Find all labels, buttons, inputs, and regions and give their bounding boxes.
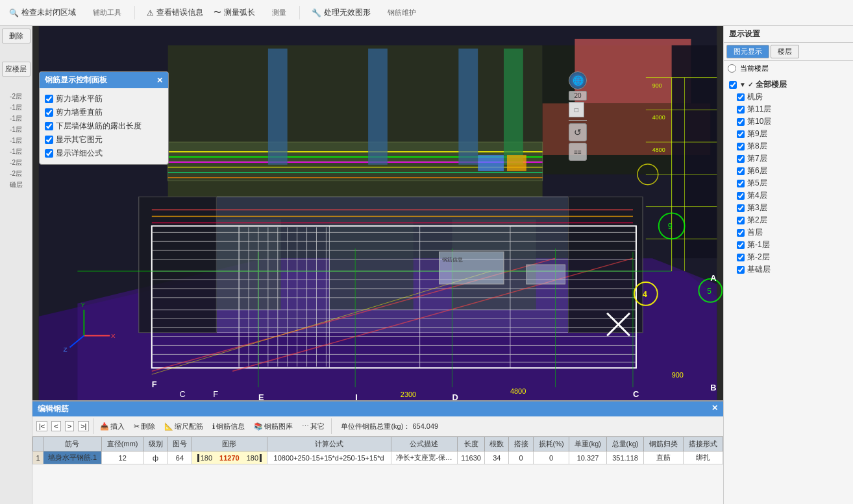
layer-item[interactable]: 第2层 bbox=[726, 214, 850, 226]
cell-total-weight: 351.118 bbox=[606, 451, 644, 464]
layer-checkbox[interactable] bbox=[737, 118, 745, 126]
layer-item[interactable]: 第-1层 bbox=[726, 239, 850, 251]
layer-item[interactable]: 第8层 bbox=[726, 140, 850, 152]
delete-rebar-btn[interactable]: ✂ 删除 bbox=[131, 421, 158, 432]
svg-text:9: 9 bbox=[668, 222, 673, 231]
svg-text:Y: Y bbox=[80, 301, 85, 308]
scale-config-btn[interactable]: 📐 缩尺配筋 bbox=[162, 421, 206, 432]
nav-first-btn[interactable]: |< bbox=[36, 421, 47, 431]
close-icon[interactable]: ✕ bbox=[156, 76, 163, 85]
option-checkbox[interactable] bbox=[45, 149, 53, 158]
layer-item[interactable]: 第5层 bbox=[726, 177, 850, 189]
checkbox-item[interactable]: 下层墙体纵筋的露出长度 bbox=[45, 121, 163, 132]
svg-rect-103 bbox=[268, 49, 288, 165]
rebar-info-btn[interactable]: ℹ 钢筋信息 bbox=[210, 421, 247, 432]
layer-item[interactable]: 第7层 bbox=[726, 152, 850, 165]
layer-checkbox[interactable] bbox=[737, 241, 745, 249]
col-shape-num: 图号 bbox=[167, 437, 192, 451]
svg-text:Z: Z bbox=[64, 346, 68, 353]
check-icon: 🔍 bbox=[9, 8, 19, 18]
view-errors-btn[interactable]: ⚠ 查看错误信息 bbox=[143, 6, 207, 19]
layer-item[interactable]: 第-2层 bbox=[726, 251, 850, 263]
tab-element-display[interactable]: 图元显示 bbox=[726, 45, 769, 58]
layer-item[interactable]: 第11层 bbox=[726, 103, 850, 115]
layer-label: 第8层 bbox=[747, 141, 767, 152]
layers-btn[interactable]: ≡≡ bbox=[569, 143, 587, 161]
measure-arc-btn[interactable]: 〜 测量弧长 bbox=[210, 6, 259, 19]
layer-item[interactable]: 第10层 bbox=[726, 115, 850, 128]
layer-checkbox[interactable] bbox=[737, 180, 745, 187]
delete-btn[interactable]: 删除 bbox=[2, 29, 31, 43]
svg-text:4: 4 bbox=[643, 289, 648, 299]
apply-floor-btn[interactable]: 应楼层 bbox=[2, 62, 31, 77]
tab-floors[interactable]: 楼层 bbox=[771, 45, 799, 58]
data-table[interactable]: 筋号 直径(mm) 级别 图号 图形 计算公式 公式描述 长度 根数 搭接 损耗… bbox=[32, 437, 723, 504]
svg-rect-104 bbox=[368, 49, 388, 165]
layer-item[interactable]: 首层 bbox=[726, 226, 850, 239]
layer-checkbox[interactable] bbox=[737, 167, 745, 175]
col-desc: 公式描述 bbox=[391, 437, 457, 451]
3d-cube-btn[interactable]: □ bbox=[569, 102, 584, 117]
option-checkbox[interactable] bbox=[45, 122, 53, 130]
checkbox-item[interactable]: 剪力墙垂直筋 bbox=[45, 107, 163, 118]
fix-invalid-btn[interactable]: 🔧 处理无效图形 bbox=[308, 6, 375, 19]
layer-checkbox[interactable] bbox=[737, 130, 745, 138]
layer-item[interactable]: 第3层 bbox=[726, 202, 850, 214]
layer-item[interactable]: 机房 bbox=[726, 91, 850, 103]
checkbox-item[interactable]: 显示详细公式 bbox=[45, 148, 163, 159]
layer-label: 第7层 bbox=[747, 153, 767, 164]
col-overlap: 搭接 bbox=[509, 437, 533, 451]
option-label: 显示其它图元 bbox=[56, 134, 103, 145]
info-icon: ℹ bbox=[212, 422, 215, 431]
globe-view-btn[interactable]: 🌐 bbox=[569, 71, 587, 90]
layer-checkbox[interactable] bbox=[737, 266, 745, 274]
svg-text:X: X bbox=[111, 332, 116, 339]
cell-overlap-type: 绑扎 bbox=[684, 451, 723, 464]
layer-checkbox[interactable] bbox=[737, 217, 745, 224]
other-icon: ⋯ bbox=[302, 422, 309, 431]
table-row[interactable]: 1墙身水平钢筋.112ф64180 11270 18010800+250-15+… bbox=[33, 451, 723, 464]
close-bottom-icon[interactable]: ✕ bbox=[711, 403, 718, 414]
layer-item[interactable]: ▼ ✓ 全部楼层 bbox=[726, 78, 850, 91]
rotate-btn[interactable]: ↺ bbox=[569, 123, 587, 141]
layer-item[interactable]: 基础层 bbox=[726, 263, 850, 276]
layer-checkbox[interactable] bbox=[737, 204, 745, 212]
layer-checkbox[interactable] bbox=[737, 93, 745, 101]
layer-checkbox[interactable] bbox=[737, 143, 745, 150]
layer-item[interactable]: 第9层 bbox=[726, 128, 850, 140]
rebar-library-btn[interactable]: 📚 钢筋图库 bbox=[251, 421, 295, 432]
left-sidebar: 删除 应楼层 -2层 -1层 -1层 -1层 -1层 -1层 -2层 -2层 磁… bbox=[0, 26, 32, 504]
option-label: 显示详细公式 bbox=[56, 148, 103, 159]
nav-next-btn[interactable]: > bbox=[65, 421, 74, 431]
col-grade: 级别 bbox=[143, 437, 167, 451]
main-toolbar: 🔍 检查未封闭区域 辅助工具 ⚠ 查看错误信息 〜 测量弧长 测量 🔧 处理无效… bbox=[0, 0, 853, 26]
nav-prev-btn[interactable]: < bbox=[51, 421, 60, 431]
layer-checkbox[interactable] bbox=[729, 81, 737, 89]
col-num bbox=[33, 437, 43, 451]
radio-current-floor[interactable] bbox=[728, 64, 736, 73]
option-checkbox[interactable] bbox=[45, 108, 53, 117]
cell-formula: 10800+250-15+15*d+250-15+15*d bbox=[267, 451, 391, 464]
layer-item[interactable]: 第6层 bbox=[726, 165, 850, 177]
checkbox-item[interactable]: 显示其它图元 bbox=[45, 134, 163, 145]
svg-text:5: 5 bbox=[707, 287, 711, 296]
library-icon: 📚 bbox=[254, 422, 263, 431]
nav-last-btn[interactable]: >| bbox=[78, 421, 89, 431]
floor-label: -1层 bbox=[10, 103, 23, 112]
option-checkbox[interactable] bbox=[45, 95, 53, 103]
check-unclosed-btn[interactable]: 🔍 检查未封闭区域 bbox=[5, 6, 80, 19]
layer-checkbox[interactable] bbox=[737, 155, 745, 163]
layer-checkbox[interactable] bbox=[737, 229, 745, 237]
option-checkbox[interactable] bbox=[45, 136, 53, 144]
insert-btn[interactable]: 📥 插入 bbox=[97, 421, 127, 432]
layer-checkbox[interactable] bbox=[737, 254, 745, 261]
viewport-3d[interactable]: 9 5 4 A B C D I E F 4800 2300 900 bbox=[32, 26, 723, 400]
layer-item[interactable]: 第4层 bbox=[726, 189, 850, 202]
expand-icon: ▼ ✓ bbox=[739, 81, 753, 88]
checkbox-item[interactable]: 剪力墙水平筋 bbox=[45, 93, 163, 104]
svg-text:A: A bbox=[710, 273, 716, 283]
layer-checkbox[interactable] bbox=[737, 192, 745, 200]
cell-length: 11630 bbox=[457, 451, 484, 464]
layer-checkbox[interactable] bbox=[737, 106, 745, 114]
other-btn[interactable]: ⋯ 其它 bbox=[299, 421, 327, 432]
